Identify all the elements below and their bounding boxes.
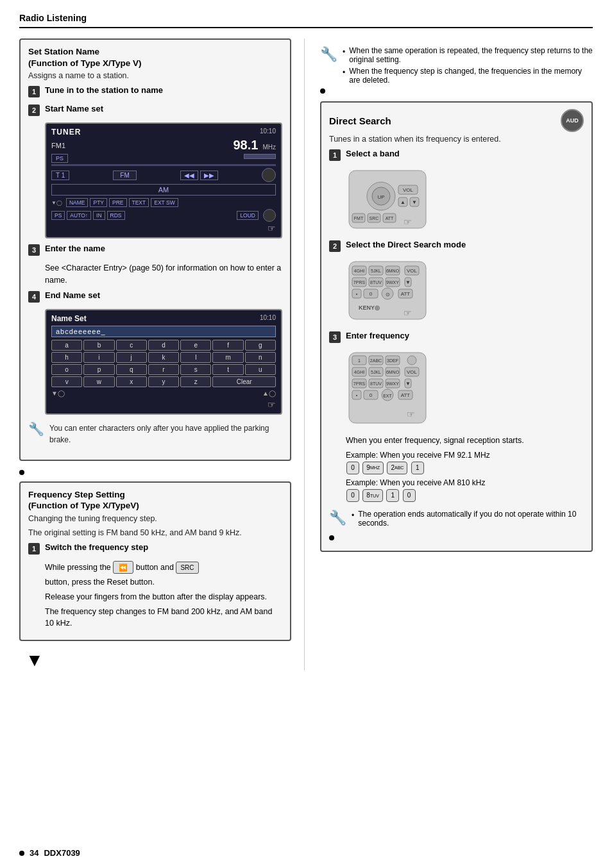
src-button-icon: SRC [176,562,198,574]
key-2abc: 2ABC [387,462,407,474]
key-a[interactable]: a [51,340,82,351]
page: Radio Listening Set Station Name (Functi… [0,0,612,868]
step-2-label: Start Name set [45,104,103,113]
svg-text:8TUV: 8TUV [370,280,382,285]
key-c[interactable]: c [116,340,147,351]
tuner-name-btn[interactable]: NAME [66,198,89,207]
tuner-fm-btn: FM [113,171,136,180]
key-n[interactable]: n [245,352,276,363]
key-u[interactable]: u [245,364,276,375]
svg-text:EXT: EXT [383,394,392,398]
freq-step-1-label: Switch the frequency step [45,542,148,552]
step-3: 3 Enter the name [28,244,282,256]
svg-text:9WXY: 9WXY [386,280,399,285]
svg-text:7PRS: 7PRS [353,280,366,285]
svg-text:KENY◎: KENY◎ [359,305,380,311]
bullet-separator-1 [19,470,24,475]
key-m[interactable]: m [212,352,243,363]
svg-text:7PRS: 7PRS [353,381,366,386]
ds-step-1-label: Select a band [346,149,400,158]
key-9mhz: 9MHZ [362,462,384,474]
key-h[interactable]: h [51,352,82,363]
tuner-in-btn[interactable]: IN [93,211,105,220]
key-i[interactable]: i [83,352,114,363]
key-b[interactable]: b [83,340,114,351]
svg-text:▲: ▲ [400,199,405,205]
page-number-area: 34 DDX7039 [19,848,80,858]
set-station-name-section: Set Station Name (Function of Type X/Typ… [19,38,291,461]
direct-search-desc: Tunes in a station when its frequency is… [329,135,584,144]
key-f[interactable]: f [212,340,243,351]
key-0-1: 0 [346,462,359,474]
step-1-num: 1 [28,86,40,97]
key-l[interactable]: l [180,352,211,363]
left-column: Set Station Name (Function of Type X/Typ… [19,38,305,671]
step-4-label: End Name set [45,290,100,300]
key-k[interactable]: k [148,352,179,363]
key-r[interactable]: r [148,364,179,375]
key-j[interactable]: j [116,352,147,363]
aud-badge: AUD [561,109,584,132]
step-1-label: Tune in to the station to name [45,85,163,95]
key-o[interactable]: o [51,364,82,375]
key-z[interactable]: z [180,376,211,387]
key-t[interactable]: t [212,364,243,375]
tuner-text-btn[interactable]: TEXT [129,198,149,207]
step-1: 1 Tune in to the station to name [28,85,282,97]
tuner-ps2-btn[interactable]: PS [51,211,65,220]
ds-step-1-num: 1 [329,149,341,161]
step-3-num: 3 [28,244,40,256]
tuner-rds-btn[interactable]: RDS [107,211,125,220]
key-y[interactable]: y [148,376,179,387]
keyboard-grid: a b c d e f g h i j k l m n o [51,340,276,387]
nameset-title: Name Set [51,314,87,323]
svg-text:SRC: SRC [370,216,379,221]
ds-step-3: 3 Enter frequency [329,331,584,343]
nameset-input-display: abcdeeeeee_ [51,326,276,337]
key-s[interactable]: s [180,364,211,375]
note-direct-search: 🔧 • The operation ends automatically if … [329,510,584,528]
page-model: DDX7039 [44,848,80,858]
key-q[interactable]: q [116,364,147,375]
key-v[interactable]: v [51,376,82,387]
tuner-extsw-btn[interactable]: EXT SW [151,198,178,207]
svg-text:☞: ☞ [404,217,412,227]
tuner-pty-btn[interactable]: PTY [90,198,107,207]
svg-text:4GHI: 4GHI [354,370,364,374]
two-col-layout: Set Station Name (Function of Type X/Typ… [19,38,593,671]
key-0-2: 0 [346,489,359,502]
svg-text:1: 1 [358,358,361,363]
freq-step-1-num: 1 [28,543,40,555]
key-d[interactable]: d [148,340,179,351]
key-e[interactable]: e [180,340,211,351]
svg-text:▼: ▼ [412,199,417,205]
remote-enter-freq: 1 2ABC 3DEF 4GHI 5JKL 6MNO [346,349,584,428]
nameset-scroll-right[interactable]: ▲◯ [262,390,276,397]
note-text: You can enter characters only after you … [49,422,282,446]
page-number: 34 [30,848,38,858]
freq-step-desc1: Changing the tuning frequency step. [28,514,282,523]
step-4: 4 End Name set [28,290,282,303]
tuner-skip-prev: ◀◀ [180,171,198,180]
nameset-scroll-left[interactable]: ▼◯ [51,390,65,397]
right-column: 🔧 • When the same operation is repeated,… [305,38,593,671]
svg-text:6MNO: 6MNO [386,269,400,273]
svg-text:3DEF: 3DEF [387,358,398,363]
tuner-pre-btn[interactable]: PRE [109,198,126,207]
tuner-loud-btn[interactable]: LOUD [237,211,259,220]
tuner-auto-btn[interactable]: AUTO↑ [67,211,91,220]
key-x[interactable]: x [116,376,147,387]
key-p[interactable]: p [83,364,114,375]
tuner-label: TUNER [51,128,81,137]
ds-step-1: 1 Select a band [329,149,584,161]
svg-text:☞: ☞ [404,308,412,318]
key-g[interactable]: g [245,340,276,351]
svg-text:6MNO: 6MNO [386,370,400,374]
freq-step-notes: 🔧 • When the same operation is repeated,… [320,46,593,94]
key-w[interactable]: w [83,376,114,387]
freq-step-section: Frequency Step Setting (Function of Type… [19,481,291,642]
key-clear[interactable]: Clear [212,376,276,387]
note-ds-icon: 🔧 [329,510,346,526]
svg-point-51 [407,356,416,365]
page-title: Radio Listening [19,13,87,23]
